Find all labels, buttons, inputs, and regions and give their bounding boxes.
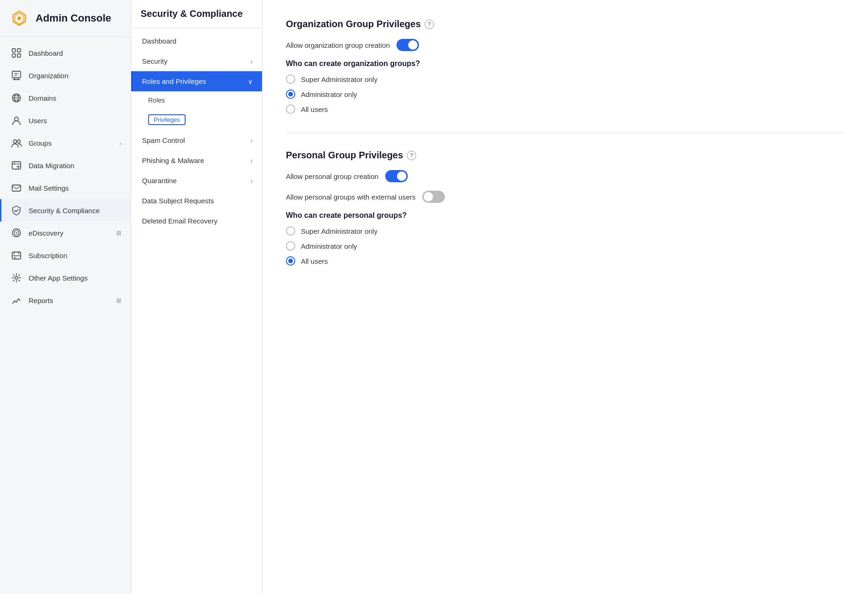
allow-external-users-toggle[interactable] <box>422 191 445 203</box>
personal-super-admin-radio <box>286 226 295 236</box>
dashboard-icon <box>11 47 22 59</box>
domains-icon <box>11 92 22 104</box>
allow-org-creation-label: Allow organization group creation <box>286 41 390 49</box>
middle-nav: Dashboard Security › Roles and Privilege… <box>131 28 262 234</box>
sidebar-item-groups[interactable]: Groups › <box>0 132 131 154</box>
middle-item-security[interactable]: Security › <box>131 51 262 71</box>
middle-item-spam-control-label: Spam Control <box>142 136 250 144</box>
sidebar-item-dashboard-label: Dashboard <box>29 49 121 57</box>
org-group-help-icon[interactable]: ? <box>425 20 434 29</box>
personal-all-users-option[interactable]: All users <box>286 256 845 266</box>
svg-rect-4 <box>12 54 15 57</box>
middle-panel: Security & Compliance Dashboard Security… <box>131 0 262 594</box>
org-admin-only-label: Administrator only <box>301 90 357 98</box>
personal-group-radio-group: Super Administrator only Administrator o… <box>286 226 845 266</box>
data-migration-icon <box>11 160 22 171</box>
mail-settings-icon <box>11 182 22 193</box>
sidebar-item-domains[interactable]: Domains <box>0 87 131 109</box>
allow-org-creation-slider <box>397 39 419 51</box>
sidebar-item-reports-label: Reports <box>29 297 116 304</box>
sidebar-item-users-label: Users <box>29 117 121 125</box>
middle-item-phishing-malware[interactable]: Phishing & Malware › <box>131 150 262 171</box>
sidebar-item-dashboard[interactable]: Dashboard <box>0 42 131 64</box>
org-super-admin-radio <box>286 74 295 84</box>
org-super-admin-option[interactable]: Super Administrator only <box>286 74 845 84</box>
svg-point-16 <box>16 232 17 234</box>
org-admin-only-option[interactable]: Administrator only <box>286 89 845 99</box>
org-all-users-option[interactable]: All users <box>286 104 845 114</box>
org-group-radio-group: Super Administrator only Administrator o… <box>286 74 845 114</box>
allow-personal-creation-toggle[interactable] <box>385 170 408 182</box>
subscription-icon <box>11 250 22 261</box>
sub-item-roles[interactable]: Roles <box>131 91 262 109</box>
sidebar-item-data-migration[interactable]: Data Migration <box>0 154 131 177</box>
sidebar-item-reports[interactable]: Reports ⊞ <box>0 289 131 312</box>
sidebar-header: Admin Console <box>0 0 131 37</box>
org-group-privileges-section: Organization Group Privileges ? Allow or… <box>286 19 845 133</box>
allow-external-users-label: Allow personal groups with external user… <box>286 193 416 201</box>
spam-control-arrow-icon: › <box>250 137 253 144</box>
org-group-privileges-title: Organization Group Privileges ? <box>286 19 845 30</box>
sidebar-item-mail-settings[interactable]: Mail Settings <box>0 177 131 199</box>
svg-point-1 <box>17 16 21 20</box>
middle-item-roles-privileges[interactable]: Roles and Privileges ∨ <box>131 71 262 91</box>
organization-icon <box>11 70 22 81</box>
middle-item-data-subject-requests[interactable]: Data Subject Requests <box>131 191 262 211</box>
personal-all-users-label: All users <box>301 257 328 265</box>
groups-arrow-icon: › <box>120 140 121 147</box>
sidebar-item-other-app-settings[interactable]: Other App Settings <box>0 267 131 289</box>
personal-super-admin-option[interactable]: Super Administrator only <box>286 226 845 236</box>
sidebar-item-users[interactable]: Users <box>0 109 131 132</box>
sidebar-item-ediscovery[interactable]: eDiscovery ⊞ <box>0 222 131 244</box>
sidebar-item-organization-label: Organization <box>29 72 121 80</box>
svg-rect-13 <box>12 185 21 191</box>
middle-panel-title: Security & Compliance <box>131 0 262 28</box>
svg-point-10 <box>14 140 17 143</box>
sidebar-item-data-migration-label: Data Migration <box>29 162 121 170</box>
middle-item-roles-privileges-label: Roles and Privileges <box>142 77 248 85</box>
svg-rect-5 <box>17 54 21 57</box>
sidebar-item-subscription-label: Subscription <box>29 252 121 260</box>
roles-privileges-arrow-icon: ∨ <box>248 78 253 85</box>
middle-item-quarantine[interactable]: Quarantine › <box>131 171 262 191</box>
sidebar-item-ediscovery-label: eDiscovery <box>29 229 116 237</box>
personal-group-privileges-title: Personal Group Privileges ? <box>286 150 845 161</box>
personal-admin-only-label: Administrator only <box>301 242 357 250</box>
svg-point-9 <box>15 117 18 121</box>
personal-admin-only-option[interactable]: Administrator only <box>286 241 845 251</box>
middle-item-quarantine-label: Quarantine <box>142 177 250 185</box>
middle-item-data-subject-requests-label: Data Subject Requests <box>142 197 253 205</box>
sidebar-nav: Dashboard Organization <box>0 37 131 316</box>
sub-item-privileges[interactable]: Privileges <box>131 109 262 130</box>
allow-external-users-row: Allow personal groups with external user… <box>286 191 845 203</box>
middle-item-dashboard[interactable]: Dashboard <box>131 31 262 51</box>
middle-item-spam-control[interactable]: Spam Control › <box>131 130 262 150</box>
phishing-malware-arrow-icon: › <box>250 157 253 164</box>
right-content: Organization Group Privileges ? Allow or… <box>262 0 868 594</box>
personal-super-admin-label: Super Administrator only <box>301 227 377 235</box>
middle-item-dashboard-label: Dashboard <box>142 37 253 45</box>
svg-rect-6 <box>12 71 21 78</box>
sidebar-item-mail-settings-label: Mail Settings <box>29 184 121 192</box>
other-app-settings-icon <box>11 272 22 283</box>
sidebar-item-subscription[interactable]: Subscription <box>0 244 131 267</box>
sidebar-item-security-compliance-label: Security & Compliance <box>29 207 121 215</box>
sidebar-item-groups-label: Groups <box>29 139 120 147</box>
middle-item-deleted-email-recovery[interactable]: Deleted Email Recovery <box>131 211 262 231</box>
personal-admin-only-radio <box>286 241 295 251</box>
sidebar-item-security-compliance[interactable]: Security & Compliance <box>0 199 131 222</box>
quarantine-arrow-icon: › <box>250 177 253 185</box>
groups-icon <box>11 137 22 148</box>
allow-personal-creation-row: Allow personal group creation <box>286 170 845 182</box>
svg-rect-12 <box>12 162 21 169</box>
personal-group-help-icon[interactable]: ? <box>407 151 416 160</box>
sidebar-item-organization[interactable]: Organization <box>0 64 131 87</box>
users-icon <box>11 115 22 126</box>
ediscovery-ext-icon: ⊞ <box>116 230 121 237</box>
svg-point-18 <box>15 276 18 279</box>
allow-external-users-slider <box>422 191 445 203</box>
sidebar: Admin Console Dashboard <box>0 0 131 594</box>
security-arrow-icon: › <box>250 58 253 65</box>
allow-personal-creation-label: Allow personal group creation <box>286 172 379 180</box>
allow-org-creation-toggle[interactable] <box>397 39 419 51</box>
